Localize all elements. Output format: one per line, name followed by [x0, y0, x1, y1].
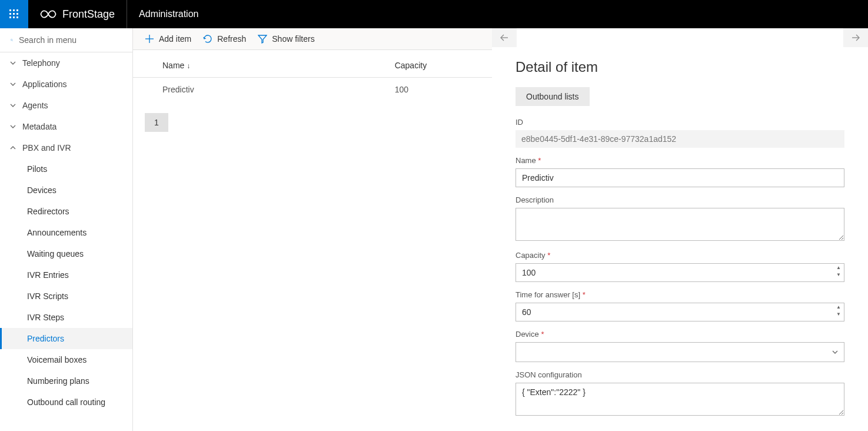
time-down[interactable]: ▼: [835, 311, 842, 318]
name-input[interactable]: [516, 168, 844, 187]
chevron-down-icon: [9, 102, 16, 109]
refresh-button[interactable]: Refresh: [203, 34, 246, 44]
capacity-label: Capacity *: [516, 251, 844, 260]
nav-group-applications[interactable]: Applications: [0, 74, 132, 95]
capacity-up[interactable]: ▲: [835, 264, 842, 271]
nav-group-label: PBX and IVR: [22, 143, 71, 152]
time-up[interactable]: ▲: [835, 304, 842, 311]
description-label: Description: [516, 195, 844, 204]
arrow-right-icon: [851, 33, 860, 42]
sidebar: TelephonyApplicationsAgentsMetadataPBX a…: [0, 28, 133, 431]
svg-point-9: [11, 39, 12, 41]
svg-rect-4: [13, 13, 15, 15]
panel-next-button[interactable]: [843, 28, 868, 47]
nav-item-devices[interactable]: Devices: [0, 180, 132, 201]
col-name[interactable]: Name↓: [133, 50, 389, 78]
device-label: Device *: [516, 330, 844, 339]
chevron-down-icon: [9, 81, 16, 88]
json-label: JSON configuration: [516, 370, 844, 379]
description-input[interactable]: [516, 208, 844, 241]
nav-item-ivr-scripts[interactable]: IVR Scripts: [0, 286, 132, 307]
filter-icon: [258, 34, 267, 44]
detail-title: Detail of item: [516, 59, 844, 75]
json-input[interactable]: [516, 383, 844, 416]
nav-group-label: Applications: [22, 79, 67, 89]
nav-item-outbound-call-routing[interactable]: Outbound call routing: [0, 392, 132, 413]
show-filters-button[interactable]: Show filters: [258, 34, 314, 44]
id-value: e8be0445-5df1-4e31-89ce-97732a1ad152: [516, 130, 844, 148]
svg-rect-2: [16, 9, 18, 11]
nav-group-pbx-and-ivr[interactable]: PBX and IVR: [0, 137, 132, 158]
svg-rect-7: [13, 16, 15, 18]
page-1[interactable]: 1: [145, 113, 168, 132]
nav-item-predictors[interactable]: Predictors: [0, 328, 132, 349]
chevron-down-icon: [9, 123, 16, 130]
nav-item-ivr-steps[interactable]: IVR Steps: [0, 307, 132, 328]
nav-item-announcements[interactable]: Announcements: [0, 222, 132, 243]
nav-item-ivr-entries[interactable]: IVR Entries: [0, 264, 132, 286]
nav-item-voicemail-boxes[interactable]: Voicemail boxes: [0, 349, 132, 370]
brand-name: FrontStage: [62, 8, 115, 21]
chevron-down-icon: [9, 59, 16, 67]
time-label: Time for answer [s] *: [516, 290, 844, 299]
nav-item-pilots[interactable]: Pilots: [0, 158, 132, 180]
outbound-lists-pill[interactable]: Outbound lists: [516, 87, 590, 106]
svg-rect-8: [16, 16, 18, 18]
detail-panel: Detail of item Outbound lists ID e8be044…: [492, 28, 868, 431]
nav-item-redirectors[interactable]: Redirectors: [0, 201, 132, 222]
nav-group-agents[interactable]: Agents: [0, 95, 132, 116]
panel-prev-button[interactable]: [492, 28, 517, 47]
capacity-input[interactable]: [516, 263, 844, 282]
brand[interactable]: FrontStage: [28, 0, 127, 28]
svg-rect-0: [9, 9, 11, 11]
name-label: Name *: [516, 156, 844, 165]
nav-item-numbering-plans[interactable]: Numbering plans: [0, 370, 132, 392]
cell-name: Predictiv: [133, 78, 389, 102]
svg-rect-6: [9, 16, 11, 18]
search-icon: [11, 35, 13, 45]
chevron-up-icon: [9, 144, 16, 151]
top-bar: FrontStage Administration: [0, 0, 868, 28]
nav-item-waiting-queues[interactable]: Waiting queues: [0, 243, 132, 264]
content-area: Add item Refresh Show filters Name↓Capac…: [133, 28, 868, 431]
device-select[interactable]: [516, 342, 844, 362]
refresh-icon: [203, 34, 212, 44]
nav-group-label: Telephony: [22, 58, 60, 68]
plus-icon: [145, 34, 154, 44]
svg-rect-3: [9, 13, 11, 15]
nav-group-metadata[interactable]: Metadata: [0, 116, 132, 137]
svg-line-10: [12, 41, 13, 41]
sort-arrow-icon: ↓: [187, 62, 190, 70]
waffle-icon: [9, 9, 19, 19]
nav-group-label: Metadata: [22, 122, 56, 131]
id-label: ID: [516, 118, 844, 127]
menu-search[interactable]: [0, 28, 132, 52]
app-launcher-button[interactable]: [0, 0, 28, 28]
nav-group-telephony[interactable]: Telephony: [0, 52, 132, 74]
nav-group-label: Agents: [22, 101, 48, 110]
infinity-icon: [40, 8, 56, 20]
arrow-left-icon: [500, 33, 509, 42]
time-input[interactable]: [516, 303, 844, 321]
add-item-button[interactable]: Add item: [145, 34, 191, 44]
svg-rect-5: [16, 13, 18, 15]
svg-rect-1: [13, 9, 15, 11]
menu-search-input[interactable]: [19, 35, 122, 45]
page-title: Administration: [127, 9, 210, 19]
capacity-down[interactable]: ▼: [835, 271, 842, 279]
